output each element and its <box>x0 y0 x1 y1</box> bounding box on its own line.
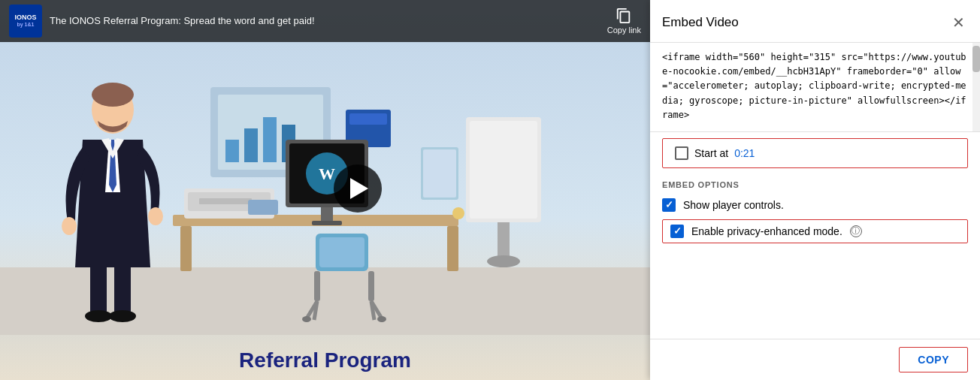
option-show-controls-row: ✓ Show player controls. <box>650 194 980 216</box>
embed-options-header: EMBED OPTIONS <box>650 171 980 194</box>
svg-rect-6 <box>263 117 277 162</box>
referral-title: Referral Program <box>239 342 411 380</box>
start-at-checkbox[interactable] <box>675 146 688 160</box>
svg-rect-4 <box>225 140 239 162</box>
video-area: IONOS by 1&1 The IONOS Referral Program:… <box>0 0 650 380</box>
privacy-mode-checkbox[interactable]: ✓ <box>670 225 684 238</box>
info-icon[interactable]: ⓘ <box>850 225 862 237</box>
panel-title: Embed Video <box>662 15 739 30</box>
illustration-container: W <box>0 42 650 335</box>
embed-code-text: <iframe width="560" height="315" src="ht… <box>662 52 966 120</box>
copy-button[interactable]: COPY <box>899 347 968 372</box>
checkmark-icon-2: ✓ <box>673 226 682 236</box>
svg-rect-28 <box>321 207 333 222</box>
video-logo: IONOS by 1&1 <box>9 5 42 38</box>
svg-point-44 <box>487 255 520 267</box>
svg-rect-20 <box>447 226 458 271</box>
privacy-mode-label: Enable privacy-enhanced mode. <box>691 225 842 237</box>
show-controls-label: Show player controls. <box>683 199 784 211</box>
svg-point-17 <box>109 310 136 322</box>
checkmark-icon: ✓ <box>665 200 673 210</box>
svg-point-11 <box>92 83 134 107</box>
play-button[interactable] <box>334 164 382 213</box>
video-title: The IONOS Referral Program: Spread the w… <box>50 15 598 28</box>
option-privacy-row: ✓ Enable privacy-enhanced mode. ⓘ <box>662 219 968 243</box>
svg-rect-14 <box>90 264 107 316</box>
play-icon <box>350 178 368 199</box>
svg-point-16 <box>85 310 112 322</box>
start-at-row: Start at 0:21 <box>662 138 968 168</box>
svg-rect-5 <box>244 128 258 162</box>
close-button[interactable]: ✕ <box>949 11 968 35</box>
svg-rect-19 <box>180 226 192 271</box>
video-top-bar: IONOS by 1&1 The IONOS Referral Program:… <box>0 0 650 42</box>
svg-point-13 <box>148 207 163 225</box>
panel-header: Embed Video ✕ <box>650 0 980 43</box>
svg-rect-23 <box>199 198 252 204</box>
start-at-label: Start at <box>694 147 728 159</box>
svg-rect-9 <box>349 113 387 125</box>
illustration-svg: W <box>0 42 650 335</box>
svg-rect-46 <box>423 149 456 198</box>
svg-point-47 <box>452 207 464 219</box>
show-controls-checkbox[interactable]: ✓ <box>662 198 676 212</box>
embed-panel: Embed Video ✕ <iframe width="560" height… <box>650 0 980 380</box>
svg-rect-15 <box>114 264 131 316</box>
svg-rect-48 <box>248 200 278 215</box>
panel-footer: COPY <box>650 339 980 380</box>
svg-point-12 <box>62 217 77 235</box>
svg-point-40 <box>377 316 386 322</box>
video-title-block: The IONOS Referral Program: Spread the w… <box>50 15 598 28</box>
copy-link-label: Copy link <box>607 26 641 35</box>
svg-rect-42 <box>470 121 537 219</box>
start-at-time[interactable]: 0:21 <box>734 147 755 159</box>
svg-rect-33 <box>314 271 320 301</box>
svg-point-39 <box>302 316 311 322</box>
svg-rect-34 <box>368 271 374 301</box>
svg-rect-29 <box>312 221 342 225</box>
copy-link-button[interactable]: Copy link <box>607 8 641 35</box>
embed-code-area: <iframe width="560" height="315" src="ht… <box>650 43 980 132</box>
svg-rect-32 <box>319 237 364 267</box>
copy-link-icon <box>616 8 632 24</box>
panel-body[interactable]: <iframe width="560" height="315" src="ht… <box>650 43 980 339</box>
svg-rect-43 <box>498 222 510 260</box>
